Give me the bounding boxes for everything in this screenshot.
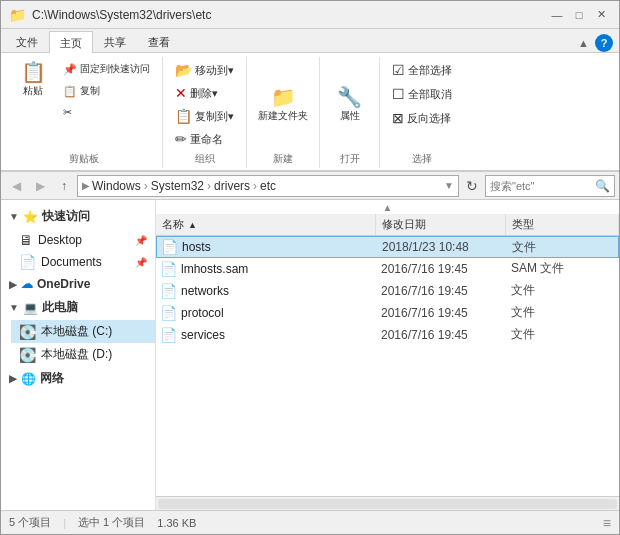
close-button[interactable]: ✕: [591, 6, 611, 24]
this-pc-label: 此电脑: [42, 299, 78, 316]
network-label: 网络: [40, 370, 64, 387]
status-total: 5 个项目: [9, 515, 51, 530]
window-icon: 📁: [9, 7, 26, 23]
cut-button[interactable]: ✂: [57, 103, 156, 122]
file-list-header: 名称 ▲ 修改日期 类型: [156, 214, 619, 236]
file-row-lmhosts[interactable]: 📄 lmhosts.sam 2016/7/16 19:45 SAM 文件: [156, 258, 619, 280]
pin-button[interactable]: 📌 固定到快速访问: [57, 59, 156, 79]
copy-to-button[interactable]: 📋 复制到▾: [169, 105, 240, 127]
copy-icon: 📋: [63, 85, 77, 98]
cut-icon: ✂: [63, 106, 72, 119]
file-date-hosts: 2018/1/23 10:48: [382, 240, 512, 254]
file-icon-networks: 📄: [160, 283, 177, 299]
new-label: 新建: [273, 150, 293, 166]
sidebar-item-desktop[interactable]: 🖥 Desktop 📌: [11, 229, 155, 251]
window-controls: — □ ✕: [547, 6, 611, 24]
file-type-protocol: 文件: [511, 304, 615, 321]
refresh-button[interactable]: ↻: [461, 175, 483, 197]
this-pc-arrow: ▼: [9, 302, 19, 313]
sort-arrow-name: ▲: [188, 220, 197, 230]
sidebar-section-network[interactable]: ▶ 🌐 网络: [1, 366, 155, 391]
file-row-networks[interactable]: 📄 networks 2016/7/16 19:45 文件: [156, 280, 619, 302]
status-sep: |: [63, 517, 66, 529]
copy-button[interactable]: 📋 复制: [57, 81, 156, 101]
select-none-button[interactable]: ☐ 全部取消: [386, 83, 458, 105]
file-list: 📄 hosts 2018/1/23 10:48 文件 📄 lmhosts.sam…: [156, 236, 619, 496]
path-sep-3: ›: [253, 179, 257, 193]
clipboard-buttons: 📋 粘贴 📌 固定到快速访问 📋 复制 ✂: [11, 59, 156, 150]
quick-access-icon: ⭐: [23, 210, 38, 224]
move-button[interactable]: 📂 移动到▾: [169, 59, 240, 81]
tab-file[interactable]: 文件: [5, 30, 49, 52]
search-box: 🔍: [485, 175, 615, 197]
documents-pin-icon: 📌: [135, 257, 147, 268]
file-row-protocol[interactable]: 📄 protocol 2016/7/16 19:45 文件: [156, 302, 619, 324]
forward-button[interactable]: ▶: [29, 175, 51, 197]
paste-icon: 📋: [21, 62, 46, 82]
col-header-type[interactable]: 类型: [506, 214, 619, 235]
path-windows[interactable]: Windows: [92, 179, 141, 193]
sidebar-section-this-pc[interactable]: ▼ 💻 此电脑: [1, 295, 155, 320]
status-selected: 选中 1 个项目: [78, 515, 145, 530]
paste-button[interactable]: 📋 粘贴: [11, 59, 55, 101]
path-dropdown[interactable]: ▼: [444, 180, 454, 191]
file-date-lmhosts: 2016/7/16 19:45: [381, 262, 511, 276]
tab-view[interactable]: 查看: [137, 30, 181, 52]
onedrive-icon: ☁: [21, 277, 33, 291]
help-button[interactable]: ?: [595, 34, 613, 52]
file-row-hosts[interactable]: 📄 hosts 2018/1/23 10:48 文件: [156, 236, 619, 258]
back-button[interactable]: ◀: [5, 175, 27, 197]
address-path[interactable]: ▶ Windows › System32 › drivers › etc ▼: [77, 175, 459, 197]
sidebar-item-drive-c[interactable]: 💽 本地磁盘 (C:): [11, 320, 155, 343]
file-date-networks: 2016/7/16 19:45: [381, 284, 511, 298]
sidebar-section-onedrive[interactable]: ▶ ☁ OneDrive: [1, 273, 155, 295]
ribbon-tabs: 文件 主页 共享 查看 ▲ ?: [1, 29, 619, 53]
organize-label: 组织: [195, 150, 215, 166]
move-icon: 📂: [175, 62, 192, 78]
view-toggle[interactable]: ≡: [603, 515, 611, 531]
this-pc-children: 💽 本地磁盘 (C:) 💽 本地磁盘 (D:): [1, 320, 155, 366]
up-button[interactable]: ↑: [53, 175, 75, 197]
search-input[interactable]: [490, 180, 595, 192]
sidebar-item-documents[interactable]: 📄 Documents 📌: [11, 251, 155, 273]
tab-share[interactable]: 共享: [93, 30, 137, 52]
minimize-button[interactable]: —: [547, 6, 567, 24]
ribbon-collapse[interactable]: ▲: [578, 37, 589, 49]
file-type-services: 文件: [511, 326, 615, 343]
invert-icon: ⊠: [392, 110, 404, 126]
path-arrow: ▶: [82, 180, 90, 191]
path-sep-1: ›: [144, 179, 148, 193]
ribbon-group-open: 🔧 属性 打开: [320, 57, 380, 168]
delete-button[interactable]: ✕ 删除▾: [169, 82, 224, 104]
rename-button[interactable]: ✏ 重命名: [169, 128, 229, 150]
select-all-button[interactable]: ☑ 全部选择: [386, 59, 458, 81]
ribbon-group-clipboard: 📋 粘贴 📌 固定到快速访问 📋 复制 ✂: [5, 57, 163, 168]
desktop-icon: 🖥: [19, 232, 33, 248]
rename-icon: ✏: [175, 131, 187, 147]
invert-select-button[interactable]: ⊠ 反向选择: [386, 107, 457, 129]
path-system32[interactable]: System32: [151, 179, 204, 193]
maximize-button[interactable]: □: [569, 6, 589, 24]
file-type-hosts: 文件: [512, 239, 614, 256]
file-list-area: ▲ 名称 ▲ 修改日期 类型 📄 hosts 2018/1/23 10:48 文…: [156, 200, 619, 510]
drive-c-icon: 💽: [19, 324, 36, 340]
properties-button[interactable]: 🔧 属性: [332, 84, 368, 126]
pin-icon: 📌: [63, 63, 77, 76]
main-content: ▼ ⭐ 快速访问 🖥 Desktop 📌 📄 Documents 📌 ▶ ☁ O…: [1, 200, 619, 510]
path-etc[interactable]: etc: [260, 179, 276, 193]
network-icon: 🌐: [21, 372, 36, 386]
new-folder-button[interactable]: 📁 新建文件夹: [253, 84, 313, 126]
file-type-networks: 文件: [511, 282, 615, 299]
col-header-date[interactable]: 修改日期: [376, 214, 506, 235]
onedrive-label: OneDrive: [37, 277, 90, 291]
sidebar-item-drive-d[interactable]: 💽 本地磁盘 (D:): [11, 343, 155, 366]
col-header-name[interactable]: 名称 ▲: [156, 214, 376, 235]
h-scrollbar[interactable]: [158, 499, 617, 509]
status-bar: 5 个项目 | 选中 1 个项目 1.36 KB ≡: [1, 510, 619, 534]
sidebar-section-quick-access[interactable]: ▼ ⭐ 快速访问: [1, 204, 155, 229]
new-folder-icon: 📁: [271, 87, 296, 107]
tab-home[interactable]: 主页: [49, 31, 93, 53]
documents-label: Documents: [41, 255, 102, 269]
file-row-services[interactable]: 📄 services 2016/7/16 19:45 文件: [156, 324, 619, 346]
path-drivers[interactable]: drivers: [214, 179, 250, 193]
